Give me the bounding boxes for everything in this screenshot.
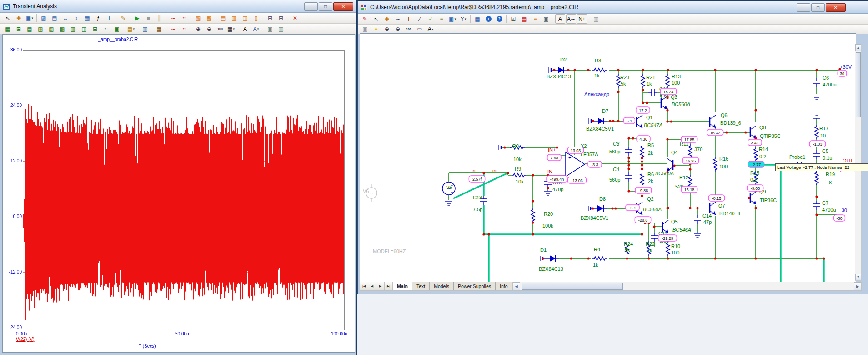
schematic-label[interactable]: R21: [646, 75, 655, 80]
zoom-out-button-icon[interactable]: ⊖: [204, 24, 214, 34]
schematic-label[interactable]: 0.2: [759, 154, 766, 159]
schematic-label[interactable]: C14: [702, 213, 712, 218]
text-tool-icon[interactable]: T: [404, 14, 414, 24]
sheet-tab-info[interactable]: Info: [496, 282, 512, 290]
sheet-tab-power-supplies[interactable]: Power Supplies: [454, 282, 496, 290]
schematic-label[interactable]: R3: [595, 58, 601, 63]
draw-tool-icon[interactable]: ✎: [360, 14, 370, 24]
pan-tool-icon[interactable]: ✚: [14, 13, 24, 23]
schematic-label[interactable]: Александр: [584, 91, 609, 97]
schematic-label[interactable]: R8: [512, 143, 519, 149]
wave-op-2-icon[interactable]: ▤: [25, 24, 35, 34]
select-tool-icon[interactable]: ↖: [371, 14, 381, 24]
cursor-mode-1-icon[interactable]: ∼: [168, 24, 178, 34]
transient-plot-area[interactable]: _amp__proba2.CIR V(22) (V) T (Secs) 36.0…: [2, 34, 355, 353]
wave-op-5-icon[interactable]: ▩: [57, 24, 67, 34]
vscroll-thumb[interactable]: [856, 52, 861, 117]
wave-op-1-icon[interactable]: ⊞: [14, 24, 24, 34]
cursor-mode-2-icon[interactable]: ≈: [179, 24, 189, 34]
schematic-label[interactable]: Q8: [759, 125, 766, 130]
schematic-label[interactable]: BZX84C13: [539, 266, 563, 272]
diode[interactable]: [598, 118, 604, 124]
schematic-label[interactable]: R5: [647, 142, 654, 148]
grid-text-button-icon[interactable]: ▦: [472, 14, 482, 24]
scale-tool-icon[interactable]: ▤: [50, 13, 60, 23]
diode[interactable]: [597, 205, 603, 212]
right-titlebar[interactable]: C:\Users\Victor\AppData\Local\Temp\Rar$D…: [358, 1, 868, 14]
resistor[interactable]: [815, 171, 818, 185]
resistor[interactable]: [713, 157, 717, 172]
schematic-label[interactable]: C7: [822, 200, 828, 206]
info-button-icon[interactable]: i: [483, 14, 493, 24]
schematic-label[interactable]: V5: [446, 185, 452, 190]
bus-tool-icon[interactable]: ≡: [437, 14, 447, 24]
schematic-label[interactable]: BC560A: [672, 101, 690, 107]
tab-nav-1[interactable]: ◀: [368, 282, 376, 290]
schematic-label[interactable]: 4700u: [823, 82, 837, 87]
schematic-label[interactable]: 0.1u: [823, 155, 832, 161]
scroll-up-icon[interactable]: ▲: [855, 44, 861, 51]
highlight-button-icon[interactable]: ●: [371, 25, 381, 34]
pattern-button-icon[interactable]: ≡: [530, 14, 540, 24]
schematic-label[interactable]: Q1: [646, 115, 653, 120]
node-voltage-button-icon[interactable]: N+: [577, 14, 587, 24]
stop-button-icon[interactable]: ■: [143, 13, 153, 23]
schematic-label[interactable]: Q5: [671, 219, 678, 224]
schematic-label[interactable]: BC546A: [672, 227, 691, 233]
zoom-100-button-icon[interactable]: 100: [215, 24, 225, 34]
graphics-tool-icon[interactable]: ✓: [426, 14, 436, 24]
schematic-label[interactable]: R13: [672, 74, 681, 79]
schematic-label[interactable]: R6: [647, 172, 654, 177]
schematic-label[interactable]: V6: [363, 188, 369, 194]
text-tool-icon[interactable]: T: [104, 13, 114, 23]
grid-menu-icon[interactable]: ▦▾: [226, 24, 236, 34]
schematic-label[interactable]: BD139_6: [720, 120, 741, 126]
select-all-button-icon[interactable]: ▩: [204, 13, 214, 23]
schematic-label[interactable]: Q2: [647, 196, 654, 202]
schematic-label[interactable]: BD140_6: [719, 211, 740, 216]
scale-xy-tool-icon[interactable]: ▦: [82, 13, 92, 23]
add-waveform-button-icon[interactable]: ▦: [3, 24, 13, 34]
tab-nav-3[interactable]: ▶|: [385, 282, 393, 290]
schematic-label[interactable]: in: [492, 168, 497, 173]
properties-button-icon[interactable]: ✎: [118, 13, 128, 23]
schematic-label[interactable]: R17: [819, 126, 828, 131]
split-v-button-icon[interactable]: ⊞: [276, 13, 286, 23]
schematic-label[interactable]: R19: [826, 172, 835, 177]
schematic-label[interactable]: R15: [750, 170, 759, 176]
wave-op-8-icon[interactable]: ⊟: [90, 24, 100, 34]
clipboard-button-icon[interactable]: ▣: [360, 25, 370, 34]
schematic-label[interactable]: BZX84C13: [547, 74, 571, 79]
wave-op-4-icon[interactable]: ▨: [46, 24, 56, 34]
schematic-label[interactable]: 560p: [609, 177, 620, 183]
resistor[interactable]: [592, 68, 607, 72]
schematic-label[interactable]: 10: [820, 133, 826, 138]
schematic-label[interactable]: 100: [671, 250, 679, 255]
scale-x-tool-icon[interactable]: ↔: [60, 13, 70, 23]
schematic-label[interactable]: QTIP35C: [760, 133, 781, 139]
zoom-in-button-icon[interactable]: ⊕: [382, 25, 392, 34]
close-button[interactable]: ✕: [333, 2, 353, 11]
minimize-button[interactable]: –: [304, 2, 318, 11]
layout-4-button-icon[interactable]: ▯: [251, 13, 261, 23]
schematic-label[interactable]: BC547A: [644, 122, 662, 128]
diode[interactable]: [558, 67, 564, 73]
hscroll-thumb[interactable]: [522, 283, 623, 290]
node-number-button-icon[interactable]: A∼: [566, 14, 576, 24]
minimize-button[interactable]: –: [797, 3, 810, 12]
schematic-label[interactable]: R4: [594, 247, 600, 252]
schematic-label[interactable]: R14: [759, 147, 768, 152]
schematic-label[interactable]: C5: [822, 148, 828, 154]
maximize-button[interactable]: □: [319, 2, 332, 11]
schematic-label[interactable]: Q7: [718, 203, 725, 208]
attr-text-button-icon[interactable]: A: [555, 14, 565, 24]
tab-nav-0[interactable]: |◀: [360, 282, 368, 290]
schematic-label[interactable]: 5k: [625, 247, 630, 253]
resistor[interactable]: [640, 144, 644, 159]
schematic-label[interactable]: BC560A: [655, 171, 674, 176]
resistor[interactable]: [592, 257, 607, 260]
animate-button-icon[interactable]: ∼: [168, 13, 178, 23]
schematic-label[interactable]: 2k: [648, 178, 653, 184]
wire-tool-icon[interactable]: ∼: [393, 14, 403, 24]
fx-tool-icon[interactable]: ƒ: [93, 13, 103, 23]
